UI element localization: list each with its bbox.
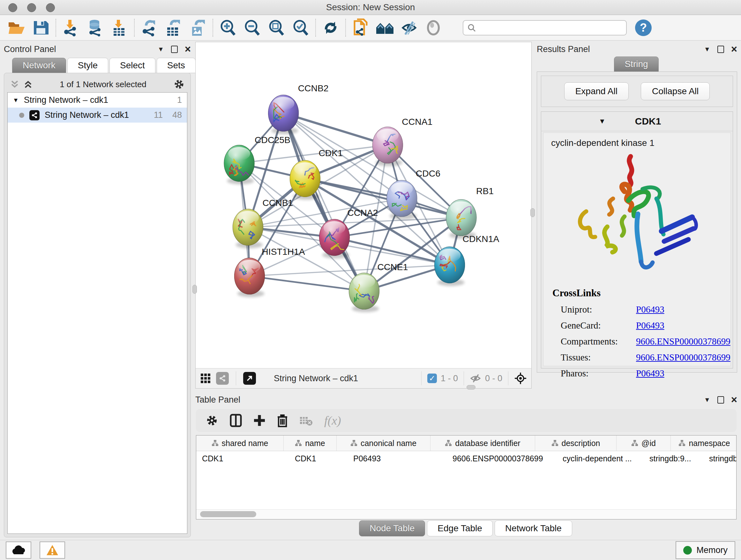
network-node-RB1[interactable]: RB1 xyxy=(446,186,494,239)
tab-sets[interactable]: Sets xyxy=(157,58,196,73)
network-node-CCNA2[interactable]: CCNA2 xyxy=(319,207,378,259)
tab-node-table[interactable]: Node Table xyxy=(359,520,425,537)
zoom-in-icon[interactable] xyxy=(216,17,240,38)
tab-string[interactable]: String xyxy=(614,57,658,72)
crosslink-link[interactable]: 9606.ENSP00000378699 xyxy=(636,336,731,347)
column-header-database-identifier[interactable]: database identifier xyxy=(430,435,535,451)
network-graph[interactable]: CCNB2CCNA1CDC25BCDK1CDC6RB1CCNB1CCNA2CDK… xyxy=(196,42,531,368)
horizontal-splitter-handle[interactable] xyxy=(467,385,475,389)
import-network-from-file-icon[interactable] xyxy=(59,17,83,38)
close-window-button[interactable] xyxy=(8,3,17,12)
save-session-icon[interactable] xyxy=(29,17,53,38)
delete-column-icon[interactable] xyxy=(277,414,288,427)
float-panel-icon[interactable]: ▼ xyxy=(704,46,711,53)
collection-expand-icon[interactable]: ▼ xyxy=(13,97,19,104)
table-row[interactable]: CDK1CDK1P064939606.ENSP00000378699cyclin… xyxy=(196,451,736,466)
vertical-splitter-handle[interactable] xyxy=(530,208,535,217)
search-input[interactable] xyxy=(476,22,622,33)
network-canvas[interactable]: CCNB2CCNA1CDC25BCDK1CDC6RB1CCNB1CCNA2CDK… xyxy=(196,42,531,368)
zoom-selected-icon[interactable] xyxy=(288,17,313,38)
column-header-name[interactable]: name xyxy=(284,435,337,451)
tab-edge-table[interactable]: Edge Table xyxy=(427,520,493,537)
column-header-label: name xyxy=(305,439,325,448)
network-node-CCNE1[interactable]: CCNE1 xyxy=(349,262,408,312)
undock-panel-icon[interactable] xyxy=(718,396,724,403)
network-node-HIST1H1A[interactable]: HIST1H1A xyxy=(234,246,305,297)
apply-layout-icon[interactable] xyxy=(319,17,343,38)
string-results-body: Expand All Collapse All ▼ CDK1 cyclin-de… xyxy=(537,71,737,373)
export-network-icon[interactable] xyxy=(137,17,161,38)
zoom-fit-icon[interactable] xyxy=(264,17,288,38)
network-row[interactable]: String Network – cdk1 11 48 xyxy=(8,108,187,123)
node-gloss xyxy=(377,129,399,142)
network-view-toolbar: String Network – cdk1 ✓ 1 - 0 0 - 0 xyxy=(196,368,531,388)
tab-network-table[interactable]: Network Table xyxy=(495,520,572,537)
column-header-shared-name[interactable]: shared name xyxy=(196,435,284,451)
network-node-CCNB1[interactable]: CCNB1 xyxy=(232,198,293,248)
detach-view-icon[interactable] xyxy=(243,372,256,385)
tab-select[interactable]: Select xyxy=(110,58,155,73)
network-edge[interactable] xyxy=(283,113,364,291)
memory-button[interactable]: Memory xyxy=(676,541,735,559)
collapse-all-button[interactable]: Collapse All xyxy=(641,82,710,100)
help-icon[interactable]: ? xyxy=(635,19,652,36)
network-node-CDKN1A[interactable]: CDKN1A xyxy=(434,234,499,286)
network-node-CDC6[interactable]: CDC6 xyxy=(387,169,441,220)
crosslink-link[interactable]: P06493 xyxy=(636,320,664,331)
close-panel-icon[interactable]: × xyxy=(731,396,737,403)
crosslink-label: Uniprot: xyxy=(561,304,636,315)
column-header-@id[interactable]: @id xyxy=(616,435,671,451)
warnings-button[interactable] xyxy=(40,542,65,559)
entry-collapse-icon[interactable]: ▼ xyxy=(599,117,606,125)
network-collection-row[interactable]: ▼ String Network – cdk1 1 xyxy=(8,92,187,108)
network-edge[interactable] xyxy=(250,276,364,291)
float-panel-icon[interactable]: ▼ xyxy=(158,46,164,53)
minimize-window-button[interactable] xyxy=(27,3,36,12)
undock-panel-icon[interactable] xyxy=(171,46,178,53)
import-network-from-database-icon[interactable] xyxy=(83,17,107,38)
hidden-eye-icon xyxy=(470,374,481,383)
column-tree-icon xyxy=(212,440,219,447)
table-options-gear-icon[interactable] xyxy=(205,414,218,427)
cloud-status-button[interactable] xyxy=(6,542,31,559)
export-image-icon[interactable] xyxy=(186,17,210,38)
create-column-icon[interactable] xyxy=(253,415,266,427)
zoom-out-icon[interactable] xyxy=(240,17,264,38)
export-table-icon[interactable] xyxy=(161,17,186,38)
show-all-icon[interactable] xyxy=(421,17,446,38)
grid-mode-icon[interactable] xyxy=(200,373,211,384)
crosslink-link[interactable]: P06493 xyxy=(636,304,664,315)
tab-style[interactable]: Style xyxy=(67,58,108,73)
entry-header[interactable]: ▼ CDK1 xyxy=(541,112,733,131)
view-toolbar-separator xyxy=(508,371,509,385)
show-columns-icon[interactable] xyxy=(230,414,242,427)
import-table-from-file-icon[interactable] xyxy=(107,17,131,38)
fit-content-icon[interactable] xyxy=(514,372,527,385)
column-header-namespace[interactable]: namespace xyxy=(671,435,737,451)
hscrollbar-thumb[interactable] xyxy=(200,511,256,517)
new-network-from-selection-icon[interactable] xyxy=(348,17,373,38)
crosslink-link[interactable]: P06493 xyxy=(636,368,664,379)
float-panel-icon[interactable]: ▼ xyxy=(704,396,711,403)
undock-panel-icon[interactable] xyxy=(718,46,724,53)
node-label: CCNB1 xyxy=(262,198,293,208)
open-session-icon[interactable] xyxy=(4,17,29,38)
first-neighbors-icon[interactable] xyxy=(373,17,397,38)
collapse-all-icon[interactable] xyxy=(10,79,19,89)
column-header-canonical-name[interactable]: canonical name xyxy=(337,435,430,451)
close-panel-icon[interactable]: × xyxy=(731,46,737,52)
column-tree-icon xyxy=(631,440,638,447)
network-options-gear-icon[interactable] xyxy=(173,78,185,90)
crosslink-link[interactable]: 9606.ENSP00000378699 xyxy=(636,352,731,363)
network-mode-icon[interactable] xyxy=(216,372,229,385)
column-header-description[interactable]: description xyxy=(535,435,616,451)
vertical-splitter-handle[interactable] xyxy=(192,285,197,294)
expand-all-button[interactable]: Expand All xyxy=(564,82,629,100)
expand-all-icon[interactable] xyxy=(23,79,33,89)
hide-selected-icon[interactable] xyxy=(397,17,421,38)
close-panel-icon[interactable]: × xyxy=(185,46,191,52)
tab-network[interactable]: Network xyxy=(12,58,66,73)
network-edge[interactable] xyxy=(283,113,388,145)
maximize-window-button[interactable] xyxy=(46,3,55,12)
selected-checkbox-icon[interactable]: ✓ xyxy=(427,374,437,383)
